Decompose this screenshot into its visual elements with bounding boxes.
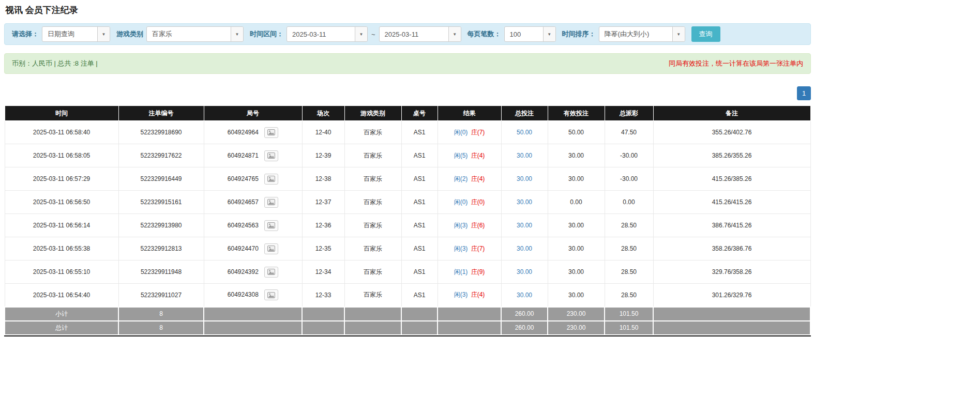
total-bet-link[interactable]: 30.00 bbox=[517, 175, 532, 182]
records-table-wrap: 时间注单编号局号场次游戏类别桌号结果总投注有效投注总派彩备注 2025-03-1… bbox=[4, 105, 811, 336]
query-type-label: 请选择： bbox=[12, 29, 39, 39]
cell-note: 385.26/355.26 bbox=[653, 144, 810, 167]
page-size-select[interactable]: 100 ▼ bbox=[504, 26, 556, 42]
result-player: 闲(0) bbox=[454, 129, 468, 136]
video-replay-icon[interactable] bbox=[264, 267, 278, 278]
cell-round-id: 604924765 bbox=[204, 167, 302, 191]
table-row: 2025-03-11 06:57:29 522329916449 6049247… bbox=[5, 167, 810, 191]
cell-result: 闲(3) 庄(6) bbox=[438, 214, 501, 237]
page-number-button[interactable]: 1 bbox=[797, 86, 811, 100]
video-replay-icon[interactable] bbox=[264, 197, 278, 208]
cell-table-no: AS1 bbox=[401, 284, 438, 307]
summary-empty-cell bbox=[438, 307, 501, 321]
result-banker: 庄(4) bbox=[471, 175, 485, 182]
result-banker: 庄(7) bbox=[471, 129, 485, 136]
result-banker: 庄(4) bbox=[471, 152, 485, 159]
column-header: 总派彩 bbox=[605, 106, 653, 121]
table-row: 2025-03-11 06:54:40 522329911027 6049243… bbox=[5, 284, 810, 307]
result-banker: 庄(4) bbox=[471, 291, 485, 298]
round-id: 604924657 bbox=[228, 198, 259, 205]
summary-empty-cell bbox=[302, 307, 344, 321]
column-header: 游戏类别 bbox=[344, 106, 401, 121]
cell-bet-id: 522329911027 bbox=[118, 284, 204, 307]
cell-bet-id: 522329915161 bbox=[118, 191, 204, 214]
total-bet-link[interactable]: 30.00 bbox=[517, 198, 532, 206]
summary-valid-bet: 230.00 bbox=[548, 307, 605, 321]
cell-result: 闲(1) 庄(9) bbox=[438, 260, 501, 284]
video-replay-icon[interactable] bbox=[264, 243, 278, 254]
cell-table-no: AS1 bbox=[401, 260, 438, 284]
currency-summary: 币别：人民币 | 总共 :8 注单 | bbox=[12, 59, 98, 68]
summary-empty-cell bbox=[302, 321, 344, 335]
result-player: 闲(2) bbox=[454, 175, 468, 182]
total-bet-link[interactable]: 30.00 bbox=[517, 245, 532, 252]
date-to-value: 2025-03-11 bbox=[385, 30, 444, 38]
summary-bar: 币别：人民币 | 总共 :8 注单 | 同局有效投注，统一计算在该局第一张注单内 bbox=[4, 53, 811, 74]
cell-total-bet: 30.00 bbox=[501, 237, 548, 260]
game-type-value: 百家乐 bbox=[152, 29, 227, 39]
table-row: 2025-03-11 06:58:40 522329918690 6049249… bbox=[5, 121, 810, 144]
column-header: 时间 bbox=[5, 106, 118, 121]
sort-order-label: 时间排序： bbox=[562, 29, 596, 39]
search-button[interactable]: 查询 bbox=[691, 26, 720, 42]
date-to-select[interactable]: 2025-03-11 ▼ bbox=[379, 26, 461, 42]
cell-valid-bet: 30.00 bbox=[548, 167, 605, 191]
game-type-label: 游戏类别 bbox=[116, 29, 143, 39]
table-row: 2025-03-11 06:56:50 522329915161 6049246… bbox=[5, 191, 810, 214]
table-row: 2025-03-11 06:58:05 522329917622 6049248… bbox=[5, 144, 810, 167]
cell-note: 355.26/402.76 bbox=[653, 121, 810, 144]
round-id: 604924964 bbox=[228, 128, 259, 135]
cell-table-no: AS1 bbox=[401, 214, 438, 237]
sort-order-select[interactable]: 降幂(由大到小) ▼ bbox=[599, 26, 685, 42]
cell-session: 12-38 bbox=[302, 167, 344, 191]
result-banker: 庄(6) bbox=[471, 222, 485, 229]
cell-session: 12-33 bbox=[302, 284, 344, 307]
video-replay-icon[interactable] bbox=[264, 289, 278, 300]
result-player: 闲(1) bbox=[454, 268, 468, 275]
total-bet-link[interactable]: 50.00 bbox=[517, 129, 532, 136]
total-bet-link[interactable]: 30.00 bbox=[517, 222, 532, 229]
total-bet-link[interactable]: 30.00 bbox=[517, 292, 532, 299]
cell-total-bet: 30.00 bbox=[501, 260, 548, 284]
video-replay-icon[interactable] bbox=[264, 150, 278, 161]
page: 视讯 会员下注纪录 请选择： 日期查询 ▼ 游戏类别 百家乐 ▼ 时间区间： 2… bbox=[0, 0, 815, 336]
summary-empty-cell bbox=[204, 307, 302, 321]
cell-valid-bet: 30.00 bbox=[548, 260, 605, 284]
summary-empty-cell bbox=[401, 321, 438, 335]
cell-payout: -30.00 bbox=[605, 167, 653, 191]
round-id: 604924871 bbox=[228, 151, 259, 159]
summary-label: 小计 bbox=[5, 307, 118, 321]
date-from-select[interactable]: 2025-03-11 ▼ bbox=[287, 26, 368, 42]
video-replay-icon[interactable] bbox=[264, 220, 278, 231]
total-bet-link[interactable]: 30.00 bbox=[517, 152, 532, 159]
cell-session: 12-39 bbox=[302, 144, 344, 167]
cell-round-id: 604924563 bbox=[204, 214, 302, 237]
cell-total-bet: 50.00 bbox=[501, 121, 548, 144]
cell-payout: 0.00 bbox=[605, 191, 653, 214]
cell-payout: 28.50 bbox=[605, 214, 653, 237]
cell-time: 2025-03-11 06:55:38 bbox=[5, 237, 118, 260]
column-header: 备注 bbox=[653, 106, 810, 121]
result-player: 闲(0) bbox=[454, 198, 468, 206]
video-replay-icon[interactable] bbox=[264, 127, 278, 138]
cell-note: 415.26/385.26 bbox=[653, 167, 810, 191]
cell-valid-bet: 0.00 bbox=[548, 191, 605, 214]
pagination: 1 bbox=[4, 86, 811, 100]
cell-payout: 28.50 bbox=[605, 284, 653, 307]
cell-session: 12-34 bbox=[302, 260, 344, 284]
game-type-select[interactable]: 百家乐 ▼ bbox=[146, 26, 244, 42]
cell-time: 2025-03-11 06:56:50 bbox=[5, 191, 118, 214]
cell-note: 358.26/386.76 bbox=[653, 237, 810, 260]
page-title: 视讯 会员下注纪录 bbox=[5, 4, 815, 16]
summary-empty-cell bbox=[653, 307, 810, 321]
cell-session: 12-40 bbox=[302, 121, 344, 144]
summary-total-bet: 260.00 bbox=[501, 321, 548, 335]
video-replay-icon[interactable] bbox=[264, 174, 278, 185]
cell-result: 闲(0) 庄(0) bbox=[438, 191, 501, 214]
table-header-row: 时间注单编号局号场次游戏类别桌号结果总投注有效投注总派彩备注 bbox=[5, 106, 810, 121]
query-type-value: 日期查询 bbox=[48, 29, 93, 39]
column-header: 有效投注 bbox=[548, 106, 605, 121]
cell-payout: 28.50 bbox=[605, 237, 653, 260]
total-bet-link[interactable]: 30.00 bbox=[517, 268, 532, 275]
query-type-select[interactable]: 日期查询 ▼ bbox=[42, 26, 110, 42]
